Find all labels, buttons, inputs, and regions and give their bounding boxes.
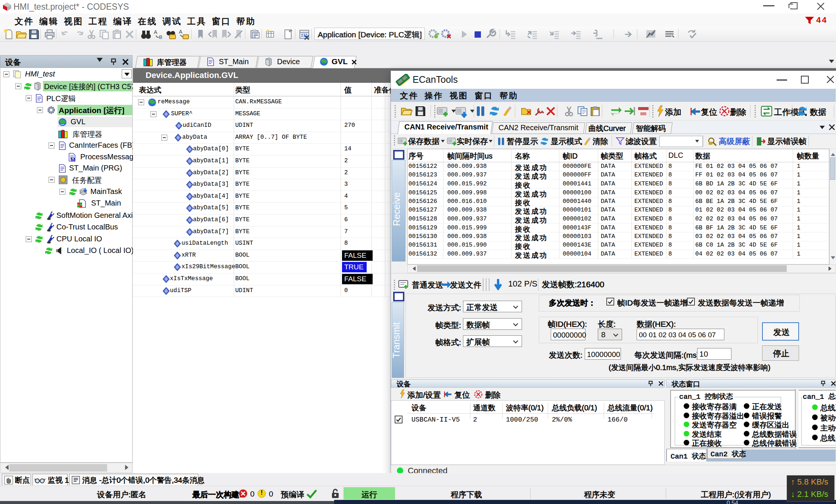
svg-text:B: B <box>159 34 162 40</box>
svg-text:A: A <box>179 29 183 35</box>
svg-text:A: A <box>154 29 158 35</box>
